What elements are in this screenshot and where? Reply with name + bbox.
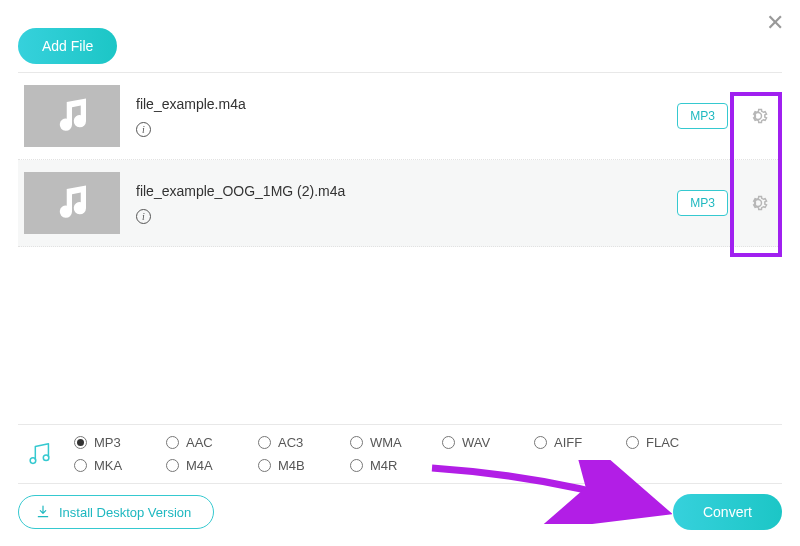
file-row-actions: MP3 (677, 189, 776, 217)
file-name: file_example_OOG_1MG (2).m4a (136, 183, 677, 199)
file-list: file_example.m4a i MP3 file_example_OOG_… (18, 72, 782, 247)
format-option-mp3[interactable]: MP3 (74, 435, 130, 450)
file-row-actions: MP3 (677, 102, 776, 130)
file-name: file_example.m4a (136, 96, 677, 112)
format-option-m4a[interactable]: M4A (166, 458, 222, 473)
format-option-m4b[interactable]: M4B (258, 458, 314, 473)
gear-icon (747, 192, 769, 214)
format-label: AC3 (278, 435, 303, 450)
file-row: file_example.m4a i MP3 (18, 73, 782, 160)
settings-button[interactable] (744, 102, 772, 130)
output-format-chip[interactable]: MP3 (677, 103, 728, 129)
install-desktop-label: Install Desktop Version (59, 505, 191, 520)
format-option-ac3[interactable]: AC3 (258, 435, 314, 450)
format-selection-bar: MP3 AAC AC3 WMA WAV AIFF FLAC MKA M4A M4… (18, 424, 782, 484)
format-option-m4r[interactable]: M4R (350, 458, 406, 473)
music-note-icon (51, 95, 93, 137)
settings-button[interactable] (744, 189, 772, 217)
audio-thumbnail (24, 85, 120, 147)
format-option-wma[interactable]: WMA (350, 435, 406, 450)
format-label: FLAC (646, 435, 679, 450)
file-meta: file_example_OOG_1MG (2).m4a i (136, 183, 677, 224)
format-option-wav[interactable]: WAV (442, 435, 498, 450)
format-option-flac[interactable]: FLAC (626, 435, 682, 450)
format-option-aac[interactable]: AAC (166, 435, 222, 450)
info-icon[interactable]: i (136, 122, 151, 137)
download-icon (35, 504, 51, 520)
format-label: AAC (186, 435, 213, 450)
format-label: WAV (462, 435, 490, 450)
format-label: MKA (94, 458, 122, 473)
format-option-aiff[interactable]: AIFF (534, 435, 590, 450)
music-double-note-icon (18, 439, 62, 469)
format-label: M4A (186, 458, 213, 473)
bottom-bar: Install Desktop Version Convert (18, 494, 782, 530)
svg-point-0 (30, 458, 36, 464)
file-meta: file_example.m4a i (136, 96, 677, 137)
format-label: MP3 (94, 435, 121, 450)
music-note-icon (51, 182, 93, 224)
format-radio-group: MP3 AAC AC3 WMA WAV AIFF FLAC MKA M4A M4… (74, 435, 682, 473)
convert-button[interactable]: Convert (673, 494, 782, 530)
svg-point-1 (43, 455, 49, 461)
install-desktop-button[interactable]: Install Desktop Version (18, 495, 214, 529)
format-label: AIFF (554, 435, 582, 450)
add-file-button[interactable]: Add File (18, 28, 117, 64)
format-label: M4R (370, 458, 397, 473)
close-icon[interactable]: ✕ (766, 10, 784, 36)
gear-icon (747, 105, 769, 127)
format-label: WMA (370, 435, 402, 450)
audio-thumbnail (24, 172, 120, 234)
output-format-chip[interactable]: MP3 (677, 190, 728, 216)
info-icon[interactable]: i (136, 209, 151, 224)
format-label: M4B (278, 458, 305, 473)
format-option-mka[interactable]: MKA (74, 458, 130, 473)
file-row: file_example_OOG_1MG (2).m4a i MP3 (18, 160, 782, 247)
